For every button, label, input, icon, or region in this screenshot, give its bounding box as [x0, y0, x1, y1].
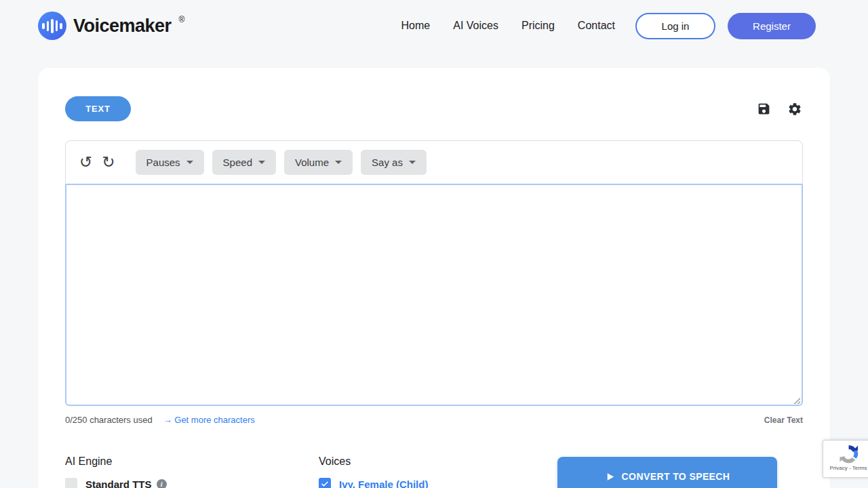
editor-toolbar: ↺ ↻ Pauses Speed Volume Say as [66, 141, 802, 184]
chevron-down-icon [186, 161, 193, 164]
get-more-characters-link[interactable]: → Get more characters [163, 415, 255, 425]
settings-button[interactable] [787, 101, 803, 117]
voice-option-row: Ivy, Female (Child) [319, 478, 428, 488]
redo-icon[interactable]: ↻ [100, 155, 116, 170]
chevron-down-icon [409, 161, 416, 164]
engine-option-label: Standard TTS i [85, 479, 167, 488]
header: Voicemaker ® Home AI Voices Pricing Cont… [0, 0, 868, 52]
engine-option-standard-tts: Standard TTS i [65, 478, 167, 488]
login-button[interactable]: Log in [635, 13, 715, 39]
pauses-dropdown[interactable]: Pauses [136, 150, 204, 175]
ai-engine-section: AI Engine Standard TTS i [65, 455, 167, 488]
tab-text[interactable]: TEXT [65, 96, 131, 121]
text-input[interactable] [65, 184, 803, 406]
ai-engine-heading: AI Engine [65, 455, 167, 468]
nav-item-ai-voices[interactable]: AI Voices [453, 20, 498, 32]
register-button[interactable]: Register [728, 13, 816, 39]
recaptcha-icon [838, 443, 859, 464]
say-as-dropdown[interactable]: Say as [361, 150, 427, 175]
play-icon [605, 472, 615, 482]
characters-used-counter: 0/250 characters used [65, 415, 153, 425]
gear-icon [787, 102, 802, 117]
standard-tts-checkbox[interactable] [65, 478, 77, 488]
recaptcha-privacy-terms[interactable]: Privacy - Terms [830, 465, 867, 471]
speed-dropdown[interactable]: Speed [212, 150, 276, 175]
save-icon [757, 102, 771, 116]
brand-logo[interactable]: Voicemaker ® [38, 12, 184, 40]
registered-mark: ® [179, 15, 185, 24]
main-nav: Home AI Voices Pricing Contact [401, 20, 615, 32]
convert-to-speech-button[interactable]: CONVERT TO SPEECH [557, 457, 777, 488]
nav-item-home[interactable]: Home [401, 20, 431, 32]
nav-item-contact[interactable]: Contact [578, 20, 615, 32]
voicemaker-waveform-icon [38, 12, 66, 40]
clear-text-button[interactable]: Clear Text [764, 415, 803, 425]
voices-heading: Voices [319, 455, 428, 468]
chevron-down-icon [258, 161, 265, 164]
brand-name: Voicemaker [73, 16, 172, 37]
nav-item-pricing[interactable]: Pricing [521, 20, 555, 32]
volume-dropdown[interactable]: Volume [284, 150, 353, 175]
check-icon [321, 480, 329, 488]
save-button[interactable] [755, 101, 772, 117]
selected-voice-label[interactable]: Ivy, Female (Child) [339, 479, 428, 488]
info-icon[interactable]: i [157, 479, 167, 488]
chevron-down-icon [335, 161, 342, 164]
auth-buttons: Log in Register [635, 13, 816, 39]
tts-editor-card: TEXT ↺ ↻ Pauses [38, 68, 830, 488]
voice-checkbox[interactable] [319, 478, 331, 488]
undo-icon[interactable]: ↺ [78, 155, 94, 170]
recaptcha-badge[interactable]: Privacy - Terms [823, 440, 868, 478]
text-editor-panel: ↺ ↻ Pauses Speed Volume Say as [65, 140, 803, 406]
voices-section: Voices Ivy, Female (Child) [319, 455, 428, 488]
